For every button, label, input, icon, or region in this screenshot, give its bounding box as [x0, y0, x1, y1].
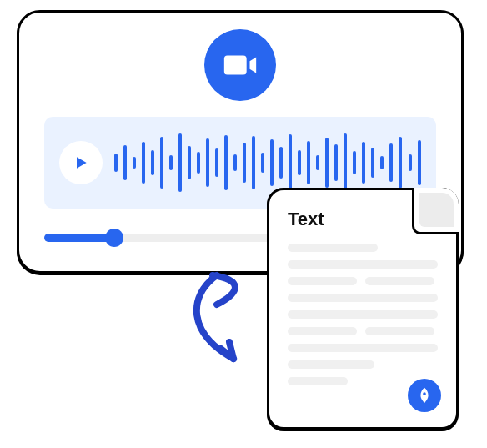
audio-waveform	[114, 133, 421, 192]
waveform-bar	[316, 155, 319, 170]
waveform-bar	[261, 153, 264, 173]
illustration-stage: Text	[0, 0, 487, 448]
waveform-bar	[114, 154, 118, 172]
waveform-bar	[307, 141, 310, 184]
audio-progress-fill	[44, 234, 114, 242]
waveform-bar	[418, 140, 421, 185]
waveform-bar	[279, 147, 283, 179]
waveform-bar	[298, 150, 301, 175]
waveform-bar	[142, 142, 145, 184]
waveform-bar	[334, 144, 338, 181]
waveform-bar	[243, 143, 246, 183]
document-body	[288, 244, 438, 385]
waveform-bar	[353, 151, 356, 174]
waveform-bar	[409, 154, 412, 171]
waveform-bar	[252, 136, 255, 189]
waveform-bar	[233, 154, 237, 171]
video-camera-icon	[204, 29, 276, 101]
waveform-bar	[206, 138, 209, 187]
waveform-bar	[371, 148, 374, 178]
play-button[interactable]	[59, 141, 103, 184]
waveform-bar	[197, 152, 200, 174]
waveform-bar	[151, 150, 154, 175]
waveform-bar	[169, 155, 173, 170]
page-fold-icon	[412, 188, 459, 234]
waveform-bar	[399, 137, 402, 189]
transcript-document: Text	[267, 188, 459, 430]
waveform-bar	[160, 137, 163, 189]
waveform-bar	[289, 134, 292, 191]
waveform-bar	[270, 139, 274, 186]
waveform-bar	[133, 157, 136, 169]
waveform-bar	[389, 143, 393, 182]
waveform-bar	[344, 133, 347, 192]
waveform-bar	[224, 135, 228, 190]
waveform-bar	[362, 142, 365, 184]
waveform-bar	[325, 138, 329, 188]
waveform-bar	[215, 148, 218, 177]
conversion-arrow-icon	[171, 267, 271, 375]
waveform-bar	[188, 146, 191, 179]
rocket-icon	[408, 379, 441, 412]
audio-progress-track[interactable]	[44, 234, 294, 242]
audio-progress-thumb[interactable]	[105, 229, 123, 247]
waveform-bar	[380, 156, 384, 169]
waveform-bar	[123, 145, 127, 180]
waveform-bar	[178, 133, 182, 192]
